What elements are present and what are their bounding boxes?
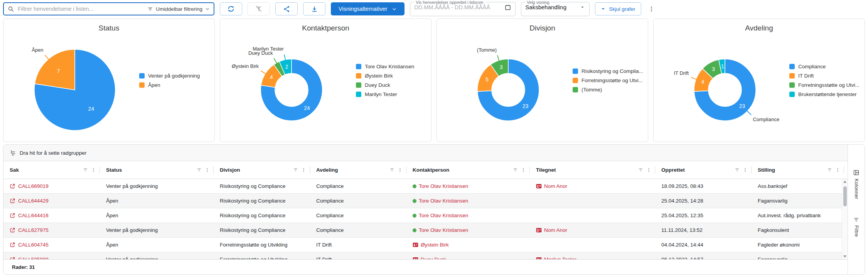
- legend-item[interactable]: Åpen: [139, 82, 200, 88]
- legend-item[interactable]: Tore Olav Kristiansen: [356, 64, 414, 69]
- column-filter-icon[interactable]: [293, 167, 298, 172]
- tab-kolonner[interactable]: Kolonner: [853, 169, 860, 199]
- cell-opprettet: 06.12.2023, 14:57: [655, 252, 752, 259]
- column-header-tilegnet[interactable]: Tilegnet: [530, 161, 655, 179]
- column-menu-icon[interactable]: [835, 167, 840, 172]
- open-request-icon[interactable]: [10, 213, 15, 218]
- scroll-up-arrow[interactable]: [843, 181, 846, 183]
- request-link[interactable]: CALL644416: [18, 213, 49, 218]
- slice-value: 24: [304, 105, 310, 111]
- row-group-dropzone[interactable]: Dra hit for å sette radgrupper: [3, 145, 848, 161]
- refresh-button[interactable]: [220, 2, 242, 15]
- legend-item[interactable]: Forretningsstøtte og Utvi...: [573, 78, 643, 83]
- avdeling-text: Compliance: [316, 213, 344, 218]
- request-link[interactable]: CALL595989: [18, 257, 49, 259]
- column-header-kontaktperson[interactable]: Kontaktperson: [406, 161, 530, 179]
- column-header-opprettet[interactable]: Opprettet: [655, 161, 752, 179]
- column-header-status[interactable]: Status: [100, 161, 214, 179]
- legend-item[interactable]: Forretningsstøtte og Utvi...: [789, 82, 860, 88]
- legend-label: Åpen: [148, 82, 160, 88]
- legend-item[interactable]: Brukerstøttende tjenester: [789, 91, 860, 97]
- table-row[interactable]: CALL627975Venter på godkjenningRisikosty…: [3, 223, 848, 238]
- toolbar: Filtrer henvendelsene i listen... Umidde…: [0, 0, 868, 18]
- column-menu-icon[interactable]: [91, 167, 96, 172]
- pie-slice[interactable]: [35, 49, 75, 90]
- column-menu-icon[interactable]: [398, 167, 403, 172]
- person-link[interactable]: Tore Olav Kristiansen: [419, 183, 468, 189]
- column-menu-icon[interactable]: [205, 167, 210, 172]
- column-menu-icon[interactable]: [521, 167, 526, 172]
- calendar-icon[interactable]: [504, 4, 511, 11]
- legend-item[interactable]: Marilyn Tester: [356, 91, 414, 97]
- legend-label: Forretningsstøtte og Utvi...: [798, 82, 860, 88]
- scrollbar-thumb[interactable]: [843, 186, 847, 206]
- divisjon-text: Risikostyring og Compliance: [220, 227, 285, 233]
- column-filter-icon[interactable]: [389, 167, 394, 172]
- legend-item[interactable]: Duey Duck: [356, 82, 414, 88]
- open-request-icon[interactable]: [10, 257, 15, 259]
- table-footer: Rader: 31: [3, 259, 848, 274]
- view-select[interactable]: Saksbehandling: [525, 4, 585, 10]
- column-header-divisjon[interactable]: Divisjon: [214, 161, 310, 179]
- request-link[interactable]: CALL604745: [18, 242, 49, 248]
- person-link[interactable]: Nom Anor: [544, 183, 567, 189]
- side-panel: Kolonner Filtre: [848, 145, 865, 274]
- legend-item[interactable]: Venter på godkjenning: [139, 73, 200, 79]
- column-header-sak[interactable]: Sak: [3, 161, 100, 179]
- column-header-stilling[interactable]: Stilling: [752, 161, 844, 179]
- tab-filtre[interactable]: Filtre: [853, 217, 859, 237]
- legend-item[interactable]: IT Drift: [789, 73, 860, 79]
- person-link[interactable]: Nom Anor: [544, 227, 567, 233]
- column-filter-icon[interactable]: [638, 167, 643, 172]
- opprettet-text: 18.09.2025, 08:43: [661, 183, 703, 189]
- open-request-icon[interactable]: [10, 227, 15, 233]
- column-menu-icon[interactable]: [646, 167, 651, 172]
- person-link[interactable]: Øystein Birk: [421, 242, 449, 248]
- table-row[interactable]: CALL595989Venter på godkjenningForretnin…: [3, 252, 848, 259]
- column-filter-icon[interactable]: [197, 167, 202, 172]
- table-row[interactable]: CALL644416ÅpenRisikostyring og Complianc…: [3, 208, 848, 223]
- legend-item[interactable]: Øystein Birk: [356, 73, 414, 79]
- request-link[interactable]: CALL669019: [18, 183, 49, 189]
- person-link[interactable]: Tore Olav Kristiansen: [419, 227, 468, 233]
- table-row[interactable]: CALL669019Venter på godkjenningRisikosty…: [3, 179, 848, 194]
- open-request-icon[interactable]: [10, 198, 15, 204]
- column-header-avdeling[interactable]: Avdeling: [310, 161, 406, 179]
- table-row[interactable]: CALL604745ÅpenForretningsstøtte og Utvik…: [3, 238, 848, 252]
- search-box[interactable]: Filtrer henvendelsene i listen... Umidde…: [3, 2, 214, 15]
- search-input[interactable]: Filtrer henvendelsene i listen...: [18, 6, 144, 12]
- cell-status: Venter på godkjenning: [100, 252, 214, 259]
- open-request-icon[interactable]: [10, 242, 15, 248]
- legend-item[interactable]: Risikostyring og Complia...: [573, 68, 643, 74]
- hide-charts-button[interactable]: Skjul grafer: [595, 2, 641, 15]
- person-cell-content: Tore Olav Kristiansen: [413, 227, 468, 233]
- share-button[interactable]: [275, 2, 298, 15]
- download-button[interactable]: [303, 2, 325, 15]
- person-link[interactable]: Tore Olav Kristiansen: [419, 213, 468, 218]
- column-menu-icon[interactable]: [301, 167, 306, 172]
- person-link[interactable]: Tore Olav Kristiansen: [419, 198, 468, 204]
- chart-legend: Risikostyring og Complia...Forretningsst…: [573, 68, 643, 93]
- table-row[interactable]: CALL644429ÅpenRisikostyring og Complianc…: [3, 194, 848, 208]
- kebab-menu-button[interactable]: [647, 2, 657, 15]
- scroll-down-arrow[interactable]: [843, 255, 846, 258]
- legend-item[interactable]: (Tomme): [573, 87, 643, 93]
- column-filter-icon[interactable]: [827, 167, 832, 172]
- column-menu-icon[interactable]: [743, 167, 748, 172]
- date-range-input[interactable]: DD.MM.ÅÅÅÅ - DD.MM.ÅÅÅÅ: [414, 4, 501, 10]
- open-request-icon[interactable]: [10, 183, 15, 189]
- legend-item[interactable]: Compliance: [789, 64, 860, 69]
- filter-mode-dropdown[interactable]: Umiddelbar filtrering: [147, 6, 210, 12]
- cell-avdeling: Compliance: [310, 179, 406, 193]
- vertical-scrollbar[interactable]: [842, 179, 848, 259]
- request-link[interactable]: CALL627975: [18, 227, 49, 233]
- clear-filter-button[interactable]: [248, 2, 270, 15]
- view-options-button[interactable]: Visningsalternativer: [331, 2, 405, 15]
- cell-status: Åpen: [100, 194, 214, 208]
- request-link[interactable]: CALL644429: [18, 198, 49, 204]
- person-link[interactable]: Duey Duck: [421, 257, 446, 259]
- column-filter-icon[interactable]: [513, 167, 518, 172]
- person-link[interactable]: Marilyn Tester: [544, 257, 576, 259]
- column-filter-icon[interactable]: [83, 167, 88, 172]
- column-filter-icon[interactable]: [735, 167, 740, 172]
